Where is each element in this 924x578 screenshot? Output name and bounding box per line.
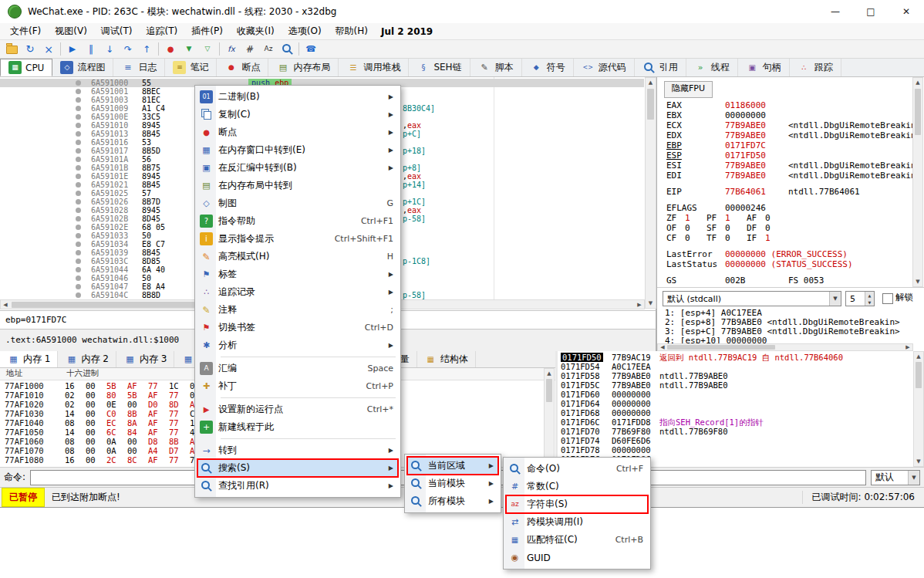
registers-vertical-scrollbar[interactable]: ▲ ▼ xyxy=(912,77,923,287)
menu-item-goto[interactable]: →转到▶ xyxy=(197,441,398,459)
register-row[interactable]: EDI77B9ABE0<ntdll.DbgUiRemoteBreakin> xyxy=(666,171,921,181)
breakpoint-dot[interactable] xyxy=(76,174,81,179)
menu-item-search-current-region[interactable]: 当前区域▶ xyxy=(407,457,498,475)
menu-item-follow-in-disassembler[interactable]: ▣在反汇编中转到(B)▶ xyxy=(197,159,398,177)
minimize-button[interactable]: — xyxy=(818,0,853,23)
breakpoint-dot[interactable] xyxy=(76,123,81,128)
remote-debug-button[interactable]: ☎ xyxy=(302,41,320,58)
register-row[interactable]: EFLAGS00000246 xyxy=(666,203,788,213)
stack-vertical-scrollbar[interactable]: ▲ ▼ xyxy=(913,351,924,467)
stepper-arrows-icon[interactable]: ▲▼ xyxy=(865,292,874,306)
breakpoint-dot[interactable] xyxy=(76,275,81,281)
fx-button[interactable]: fx xyxy=(222,41,241,58)
tab-流程图[interactable]: ◇流程图 xyxy=(52,59,113,76)
menu-item-new-thread-here[interactable]: +新建线程于此 xyxy=(197,418,398,436)
menu-item-comment[interactable]: ✎注释; xyxy=(197,301,398,319)
breakpoint-dot[interactable] xyxy=(76,284,81,289)
step-into-button[interactable]: ↓ xyxy=(100,41,119,58)
tab-CPU[interactable]: ▦CPU xyxy=(0,59,52,76)
maximize-button[interactable]: □ xyxy=(853,0,889,23)
tab-句柄[interactable]: ▣句柄 xyxy=(738,59,790,76)
restart-button[interactable]: ↻ xyxy=(21,41,39,58)
menu-item-search-string[interactable]: az字符串(S) xyxy=(506,495,648,513)
tab-源代码[interactable]: <>源代码 xyxy=(574,59,635,76)
breakpoint-dot[interactable] xyxy=(76,208,81,213)
calling-convention-select[interactable]: 默认 (stdcall) ▼ xyxy=(663,291,841,306)
menubar-item[interactable]: 收藏夹(I) xyxy=(230,22,282,40)
breakpoint-dot[interactable] xyxy=(76,140,81,145)
breakpoint-dot[interactable] xyxy=(76,242,81,247)
register-row[interactable]: EAX01186000 xyxy=(666,100,788,110)
dump-tab-内存 3[interactable]: ▦内存 3 xyxy=(116,351,174,367)
breakpoint-dot[interactable] xyxy=(76,114,81,120)
register-row[interactable]: EBP0171FD7C xyxy=(666,140,788,150)
menu-item-trace-record[interactable]: ∴追踪记录▶ xyxy=(197,283,398,301)
menu-item-search[interactable]: 搜索(S)▶ xyxy=(197,459,398,477)
tab-线程[interactable]: »线程 xyxy=(686,59,738,76)
dump-tab-结构体[interactable]: ▦结构体 xyxy=(417,351,476,367)
menubar-item[interactable]: 调试(T) xyxy=(94,22,140,40)
menu-item-toggle-bookmark[interactable]: ⚑切换书签Ctrl+D xyxy=(197,319,398,336)
breakpoint-dot[interactable] xyxy=(76,292,81,298)
register-row[interactable]: ESI77B9ABE0<ntdll.DbgUiRemoteBreakin> xyxy=(666,161,921,171)
menu-item-show-mnemonic-brief[interactable]: i显示指令提示Ctrl+Shift+F1 xyxy=(197,230,398,248)
register-row[interactable]: LastStatus00000000 (STATUS_SUCCESS) xyxy=(666,259,853,269)
register-row[interactable]: OF0SF0DF0 xyxy=(666,223,787,233)
register-row[interactable]: ESP0171FD50 xyxy=(666,150,788,161)
menu-item-follow-in-memory-map[interactable]: ▤在内存布局中转到 xyxy=(197,177,398,194)
tab-符号[interactable]: ◆符号 xyxy=(522,59,574,76)
close-debuggee-button[interactable]: × xyxy=(39,41,58,58)
tab-日志[interactable]: ≡日志 xyxy=(113,59,165,76)
menu-item-set-new-origin[interactable]: ▶设置新的运行点Ctrl+* xyxy=(197,401,398,418)
close-button[interactable]: ✕ xyxy=(889,0,924,23)
hide-fpu-button[interactable]: 隐藏FPU xyxy=(664,81,713,98)
menubar-item[interactable]: 视图(V) xyxy=(48,22,94,40)
register-row[interactable]: GS002BFS 0053 xyxy=(666,275,824,286)
menubar-item[interactable]: 帮助(H) xyxy=(329,22,375,40)
breakpoint-dot[interactable] xyxy=(76,191,81,196)
menubar-item[interactable]: 选项(O) xyxy=(282,22,329,40)
step-out-button[interactable]: ↑ xyxy=(137,41,156,58)
menu-item-search-constant[interactable]: #常数(C) xyxy=(506,478,648,495)
menu-item-highlighting-mode[interactable]: ✎高亮模式(H)H xyxy=(197,248,398,265)
register-row[interactable]: EDX77B9ABE0<ntdll.DbgUiRemoteBreakin> xyxy=(666,130,921,140)
open-file-button[interactable] xyxy=(2,41,21,58)
menu-item-patch[interactable]: ✚补丁Ctrl+P xyxy=(197,377,398,395)
dump-tab-内存 1[interactable]: ▦内存 1 xyxy=(0,351,58,367)
menu-item-assemble[interactable]: A汇编Space xyxy=(197,360,398,377)
register-row[interactable]: CF0TF0IF1 xyxy=(666,233,787,243)
command-profile-select[interactable]: 默认 ▼ xyxy=(871,470,920,485)
register-row[interactable]: EIP77B64061ntdll.77B64061 xyxy=(666,187,860,197)
breakpoint-dot[interactable] xyxy=(76,106,81,111)
menu-item-copy[interactable]: 复制(C)▶ xyxy=(197,106,398,123)
breakpoint-dot[interactable] xyxy=(76,199,81,204)
menu-item-graph[interactable]: ◇制图G xyxy=(197,194,398,212)
register-row[interactable]: ECX77B9ABE0<ntdll.DbgUiRemoteBreakin> xyxy=(666,120,921,130)
strings-toolbar-button[interactable]: Az xyxy=(259,41,278,58)
breakpoint-dot[interactable] xyxy=(76,148,81,154)
register-row[interactable]: LastError00000000 (ERROR_SUCCESS) xyxy=(666,249,848,259)
tab-跟踪[interactable]: ∴跟踪 xyxy=(790,59,841,76)
menu-item-search-command[interactable]: 命令(O)Ctrl+F xyxy=(506,460,648,478)
dump-tab-内存 2[interactable]: ▦内存 2 xyxy=(58,351,116,367)
disassembly-vertical-scrollbar[interactable]: ▲ ▼ xyxy=(645,77,656,309)
constant-toolbar-button[interactable]: # xyxy=(241,41,259,58)
menu-item-binary[interactable]: 01二进制(B)▶ xyxy=(197,88,398,106)
tab-调用堆栈[interactable]: ☰调用堆栈 xyxy=(339,59,409,76)
breakpoint-dot[interactable] xyxy=(76,216,81,221)
breakpoint-dot[interactable] xyxy=(76,97,81,103)
breakpoint-dot[interactable] xyxy=(76,157,81,162)
dump-vertical-scrollbar[interactable]: ▲ ▼ xyxy=(544,368,555,466)
menu-item-follow-in-memory-window[interactable]: ▦在内存窗口中转到(E)▶ xyxy=(197,141,398,159)
menubar-item[interactable]: 文件(F) xyxy=(3,22,48,40)
breakpoint-dot[interactable] xyxy=(76,131,81,137)
register-row[interactable]: EBX00000000 xyxy=(666,110,788,120)
trace-over-button[interactable]: ▽ xyxy=(198,41,217,58)
breakpoint-dot[interactable] xyxy=(76,233,81,238)
pause-button[interactable]: ‖ xyxy=(82,41,100,58)
menu-item-breakpoint[interactable]: ●断点▶ xyxy=(197,123,398,141)
breakpoint-dot[interactable] xyxy=(76,89,81,94)
register-row[interactable]: ZF1PF1AF0 xyxy=(666,213,787,223)
menu-item-find-references[interactable]: 查找引用(R)▶ xyxy=(197,477,398,495)
breakpoint-dot[interactable] xyxy=(76,267,81,272)
